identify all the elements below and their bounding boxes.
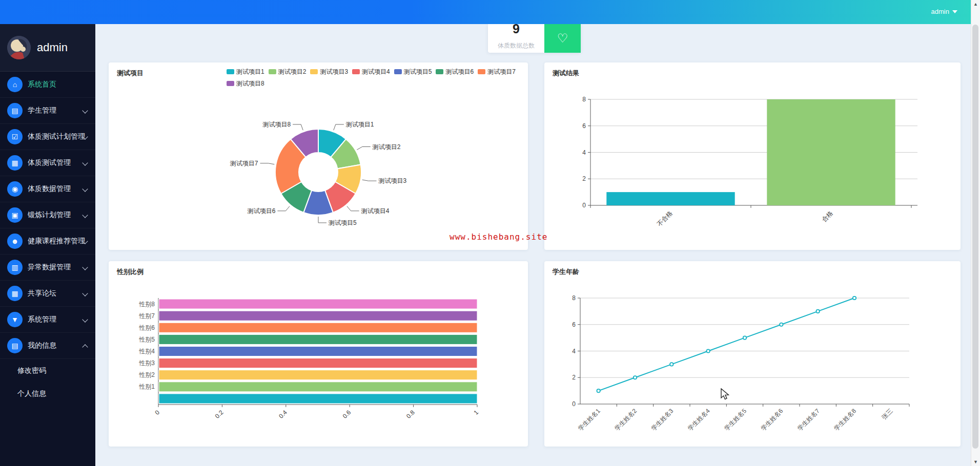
svg-text:测试项目6: 测试项目6 (247, 207, 276, 215)
svg-text:0: 0 (153, 409, 161, 416)
chevron-down-icon (82, 108, 88, 113)
svg-text:性别5: 性别5 (138, 336, 155, 343)
svg-text:性别6: 性别6 (138, 324, 155, 331)
watermark-text: www.bishebang.site (450, 232, 547, 242)
sidebar-item-label: 体质数据管理 (28, 184, 71, 194)
home-icon: ⌂ (7, 77, 23, 92)
sidebar-item-test-plan[interactable]: ☑体质测试计划管理 (0, 124, 95, 150)
user-name: admin (931, 8, 949, 15)
chevron-down-icon (82, 264, 88, 270)
sidebar-item-data-manage[interactable]: ◉体质数据管理 (0, 176, 95, 202)
svg-text:2: 2 (582, 175, 586, 182)
sidebar-item-test-manage[interactable]: ▦体质测试管理 (0, 150, 95, 176)
svg-text:测试项目7: 测试项目7 (230, 160, 258, 167)
heart-icon: ♡ (557, 31, 568, 46)
card-gender-ratio: 性别比例 性别1性别2性别3性别4性别5性别6性别7性别800.20.40.60… (109, 261, 528, 447)
user-dropdown[interactable]: admin (931, 8, 957, 15)
scrollbar-thumb[interactable] (972, 25, 978, 449)
svg-text:学生姓名5: 学生姓名5 (723, 407, 748, 432)
svg-text:测试项目3: 测试项目3 (378, 177, 406, 184)
svg-text:6: 6 (572, 321, 576, 328)
sidebar-item-system[interactable]: ▼系统管理 (0, 307, 95, 333)
sidebar-menu: ⌂系统首页▤学生管理☑体质测试计划管理▦体质测试管理◉体质数据管理▣锻炼计划管理… (0, 72, 95, 405)
svg-text:0.4: 0.4 (277, 409, 289, 420)
test-results-bar-chart[interactable]: 02468不合格合格 (544, 62, 961, 250)
sidebar-item-label: 健康课程推荐管理 (28, 237, 85, 246)
svg-text:性别2: 性别2 (138, 371, 155, 378)
avatar (7, 36, 31, 59)
svg-text:学生姓名2: 学生姓名2 (614, 407, 639, 432)
system-manage-icon: ▼ (7, 312, 23, 327)
svg-text:性别7: 性别7 (138, 312, 155, 320)
sidebar-item-label: 共享论坛 (28, 289, 56, 298)
sidebar-item-label: 系统管理 (28, 315, 56, 324)
svg-text:测试项目8: 测试项目8 (262, 121, 291, 128)
data-manage-icon: ◉ (7, 181, 23, 197)
stat-card-physical-data-total: 9 体质数据总数 ♡ (488, 24, 581, 53)
sidebar-item-exercise-plan[interactable]: ▣锻炼计划管理 (0, 202, 95, 228)
chevron-down-icon (82, 212, 88, 218)
stat-card-left: 9 体质数据总数 (488, 24, 544, 53)
sidebar-item-label: 锻炼计划管理 (28, 210, 71, 220)
svg-text:性别4: 性别4 (138, 348, 155, 355)
svg-text:0: 0 (582, 202, 586, 209)
sidebar-item-home[interactable]: ⌂系统首页 (0, 72, 95, 98)
svg-text:4: 4 (582, 149, 586, 156)
sidebar-item-forum[interactable]: ▦共享论坛 (0, 281, 95, 307)
svg-text:8: 8 (572, 294, 576, 302)
sidebar-item-my-info[interactable]: ▤我的信息 (0, 333, 95, 359)
sidebar-item-label: 异常数据管理 (28, 263, 71, 272)
sidebar-submenu: 修改密码个人信息 (0, 359, 95, 405)
sidebar-profile[interactable]: admin (0, 24, 95, 72)
svg-text:测试项目2: 测试项目2 (372, 143, 401, 151)
sidebar-item-course-recommend[interactable]: ☻健康课程推荐管理 (0, 228, 95, 255)
my-info-icon: ▤ (7, 338, 23, 353)
svg-text:2: 2 (572, 374, 576, 381)
heart-button[interactable]: ♡ (544, 24, 581, 53)
sidebar-item-label: 学生管理 (28, 106, 56, 115)
svg-text:性别8: 性别8 (138, 301, 155, 308)
svg-text:6: 6 (582, 122, 586, 130)
svg-text:0.6: 0.6 (341, 409, 353, 420)
chevron-down-icon (82, 160, 88, 165)
profile-name: admin (37, 41, 68, 54)
svg-text:8: 8 (582, 96, 586, 103)
svg-text:测试项目5: 测试项目5 (328, 219, 357, 226)
svg-text:0.8: 0.8 (405, 409, 416, 420)
card-test-items: 测试项目 测试项目1测试项目2测试项目3测试项目4测试项目5测试项目6测试项目7… (109, 62, 528, 250)
svg-text:学生姓名3: 学生姓名3 (650, 407, 675, 432)
forum-icon: ▦ (7, 286, 23, 301)
test-items-pie-chart[interactable]: 测试项目1测试项目2测试项目3测试项目4测试项目5测试项目6测试项目7测试项目8 (109, 62, 528, 250)
main-content: 9 体质数据总数 ♡ 测试项目 测试项目1测试项目2测试项目3测试项目4测试项目… (95, 24, 971, 466)
chevron-down-icon (82, 186, 88, 192)
chevron-up-icon (82, 344, 88, 350)
svg-text:学生姓名7: 学生姓名7 (796, 407, 821, 432)
svg-text:0: 0 (572, 400, 576, 408)
sidebar-item-label: 系统首页 (28, 80, 56, 89)
svg-text:1: 1 (472, 409, 480, 416)
sidebar-item-students[interactable]: ▤学生管理 (0, 98, 95, 124)
students-icon: ▤ (7, 103, 23, 118)
sidebar-item-abnormal-data[interactable]: ▥异常数据管理 (0, 255, 95, 281)
app-window: admin admin ⌂系统首页▤学生管理☑体质测试计划管理▦体质测试管理◉体… (0, 0, 980, 466)
scroll-down-icon[interactable]: ▼ (971, 459, 980, 464)
svg-text:不合格: 不合格 (656, 209, 673, 227)
gender-ratio-bar-chart[interactable]: 性别1性别2性别3性别4性别5性别6性别7性别800.20.40.60.81 (109, 261, 528, 447)
svg-text:4: 4 (572, 348, 576, 355)
sidebar-item-label: 我的信息 (28, 341, 56, 350)
svg-text:性别1: 性别1 (138, 383, 155, 390)
student-age-line-chart[interactable]: 02468学生姓名1学生姓名2学生姓名3学生姓名4学生姓名5学生姓名6学生姓名7… (544, 261, 961, 447)
test-plan-icon: ☑ (7, 129, 23, 144)
card-student-age: 学生年龄 02468学生姓名1学生姓名2学生姓名3学生姓名4学生姓名5学生姓名6… (544, 261, 961, 447)
sidebar-subitem-profile[interactable]: 个人信息 (0, 382, 95, 405)
chevron-down-icon (952, 10, 957, 13)
scroll-up-icon[interactable]: ▲ (971, 2, 980, 7)
svg-text:测试项目4: 测试项目4 (361, 207, 390, 215)
stat-label: 体质数据总数 (498, 41, 535, 50)
vertical-scrollbar[interactable]: ▲ ▼ (971, 0, 980, 466)
card-test-results: 测试结果 02468不合格合格 (544, 62, 961, 250)
svg-text:张三: 张三 (881, 407, 894, 421)
sidebar-subitem-change-password[interactable]: 修改密码 (0, 359, 95, 382)
top-navbar: admin (0, 0, 980, 24)
svg-text:合格: 合格 (821, 209, 834, 223)
